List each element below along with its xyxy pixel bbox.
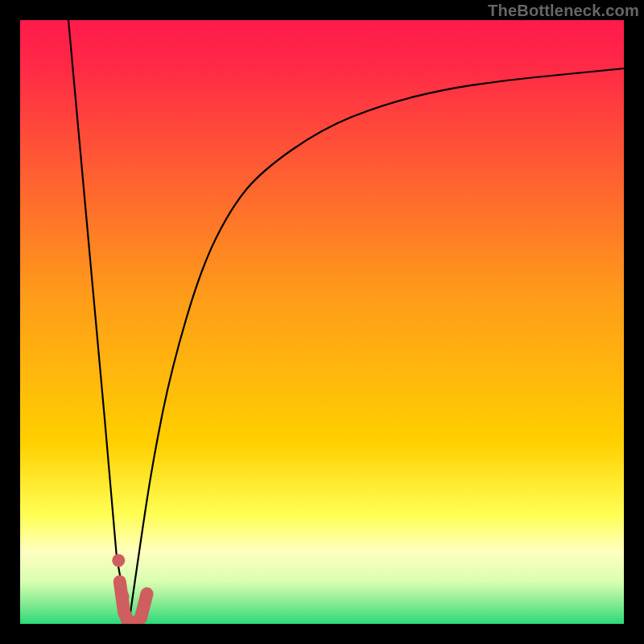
watermark-text: TheBottleneck.com <box>488 2 639 20</box>
bottleneck-curve-chart <box>20 20 624 624</box>
optimum-marker-dot <box>112 554 125 567</box>
gradient-background <box>20 20 624 624</box>
chart-frame: TheBottleneck.com <box>0 0 644 644</box>
plot-area <box>20 20 624 624</box>
optimum-marker-dot <box>117 590 130 603</box>
